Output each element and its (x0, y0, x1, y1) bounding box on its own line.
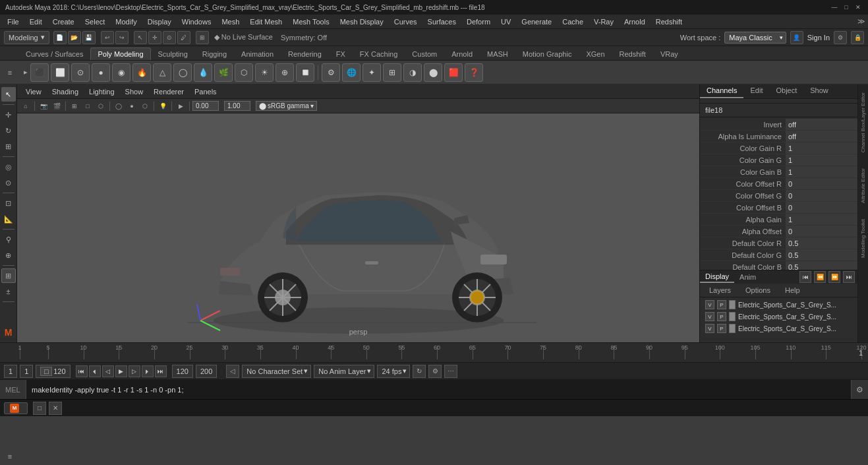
shelf-tab-sculpting[interactable]: Sculpting (151, 47, 195, 60)
layers-menu-options[interactable]: Options (740, 285, 776, 295)
move-icon[interactable]: ✛ (148, 31, 161, 44)
shelf-tab-mash[interactable]: MASH (480, 47, 515, 60)
workspace-settings-icon[interactable]: ⚙ (834, 31, 847, 44)
prev-key-btn[interactable]: ◁ (102, 365, 114, 377)
attr-row[interactable]: Invert off (700, 119, 857, 131)
rp-tab-channels[interactable]: Channels (700, 84, 743, 98)
shelf-icon-1[interactable]: ⬛ (30, 63, 49, 82)
shelf-icon-5[interactable]: ◉ (112, 63, 130, 82)
go-start-btn[interactable]: ⏮ (76, 365, 88, 377)
vp-colorspace[interactable]: ⬤ sRGB gamma ▾ (256, 101, 317, 111)
shelf-icon-19[interactable]: ◑ (403, 63, 422, 82)
shelf-icon-11[interactable]: ⬡ (235, 63, 253, 82)
redo-icon[interactable]: ↪ (115, 31, 129, 44)
shelf-icon-21[interactable]: 🟥 (444, 63, 463, 82)
taskbar-minimize-btn[interactable]: □ (33, 402, 46, 415)
layer-play-btn3[interactable]: ⏩ (828, 271, 840, 283)
menu-vray[interactable]: V-Ray (589, 16, 618, 27)
vp-tb-cam2[interactable]: 🎬 (51, 100, 63, 112)
shelf-tab-fx[interactable]: FX (329, 47, 353, 60)
display-tab[interactable]: Display (700, 271, 734, 283)
play-btn[interactable]: ▶ (115, 365, 127, 377)
layer-p-btn[interactable]: P (717, 300, 726, 309)
vp-tb-shade1[interactable]: ◯ (113, 100, 125, 112)
layers-menu-layers[interactable]: Layers (704, 285, 736, 295)
brush-icon[interactable]: 🖊 (177, 31, 190, 44)
menu-redshift[interactable]: Redshift (651, 16, 687, 27)
vp-tb-shade2[interactable]: ● (126, 100, 138, 112)
vp-value2[interactable]: 1.00 (224, 101, 250, 111)
range-val2-field[interactable]: 120 (172, 365, 193, 378)
cmd-gear-icon[interactable]: ⚙ (851, 380, 868, 399)
menu-select[interactable]: Select (80, 16, 110, 27)
save-icon[interactable]: 💾 (82, 31, 96, 44)
menu-arnold[interactable]: Arnold (620, 16, 650, 27)
layers-menu-help[interactable]: Help (780, 285, 805, 295)
menu-windows[interactable]: Windows (177, 16, 216, 27)
attr-row[interactable]: Alpha Is Luminance off (700, 131, 857, 142)
cmd-input[interactable]: makeIdentity -apply true -t 1 -r 1 -s 1 … (26, 380, 851, 399)
shelf-tab-poly[interactable]: Poly Modeling (90, 47, 150, 60)
next-frame-btn[interactable]: ⏵ (142, 365, 154, 377)
range-btn-left[interactable]: ◁ (226, 365, 239, 378)
vp-menu-panels[interactable]: Panels (190, 86, 221, 97)
shelf-icon-14[interactable]: 🔲 (296, 63, 314, 82)
attr-row[interactable]: Color Offset G 0 (700, 190, 857, 202)
anim-tab[interactable]: Anim (734, 272, 761, 282)
layer-play-btn1[interactable]: ⏮ (799, 271, 811, 283)
fps-dropdown[interactable]: 24 fps ▾ (377, 365, 410, 378)
select-icon[interactable]: ↖ (134, 31, 147, 44)
lasso-icon[interactable]: ⊙ (163, 31, 176, 44)
menu-deform[interactable]: Deform (462, 16, 495, 27)
sign-in-icon[interactable]: 👤 (790, 31, 803, 44)
attr-row[interactable]: Default Color B 0.5 (700, 261, 857, 270)
shelf-icon-18[interactable]: ⊞ (383, 63, 401, 82)
anim-extra-btn[interactable]: ⋯ (444, 365, 457, 378)
shelf-icon-9[interactable]: 💧 (194, 63, 212, 82)
vp-tb-cam[interactable]: 📷 (38, 100, 49, 112)
shelf-icon-2[interactable]: ⬜ (51, 63, 69, 82)
shelf-tab-curves[interactable]: Curves / Surfaces (18, 47, 90, 60)
vp-menu-view[interactable]: View (21, 86, 46, 97)
attribute-editor-tab[interactable]: Attribute Editor (859, 163, 867, 208)
attributes-scroll[interactable]: Invert off Alpha Is Luminance off Color … (700, 117, 857, 270)
attr-row[interactable]: Color Gain G 1 (700, 154, 857, 166)
shelf-tab-arnold[interactable]: Arnold (444, 47, 480, 60)
modelling-toolkit-tab[interactable]: Modelling Toolkit (859, 214, 867, 263)
shelf-icon-3[interactable]: ⊙ (71, 63, 90, 82)
vp-tb-poly[interactable]: ⬡ (95, 100, 107, 112)
attr-row[interactable]: Color Offset R 0 (700, 178, 857, 190)
shelf-icon-22[interactable]: ❓ (465, 63, 483, 82)
shelf-icon-16[interactable]: 🌐 (342, 63, 361, 82)
attr-row[interactable]: Color Gain R 1 (700, 142, 857, 154)
timeline-area[interactable]: 1510152025303540455055606570758085909510… (0, 342, 868, 362)
prev-frame-btn[interactable]: ⏴ (89, 365, 101, 377)
menu-mesh-display[interactable]: Mesh Display (335, 16, 388, 27)
vp-menu-shading[interactable]: Shading (47, 86, 83, 97)
shelf-icon-17[interactable]: ✦ (362, 63, 381, 82)
vp-tb-light1[interactable]: 💡 (157, 100, 169, 112)
shelf-icon-12[interactable]: ☀ (255, 63, 274, 82)
menu-mesh[interactable]: Mesh (217, 16, 244, 27)
attr-row[interactable]: Default Color G 0.5 (700, 249, 857, 261)
layer-play-btn4[interactable]: ⏭ (843, 271, 855, 283)
layer-v-btn[interactable]: V (705, 324, 714, 333)
shelf-icon-10[interactable]: 🌿 (214, 63, 233, 82)
range-end-field[interactable]: 200 (196, 365, 217, 378)
vp-tb-grid[interactable]: ⊞ (69, 100, 80, 112)
taskbar-close-btn[interactable]: ✕ (49, 402, 62, 415)
open-file-icon[interactable]: 📂 (68, 31, 81, 44)
shelf-icon-13[interactable]: ⊕ (275, 63, 294, 82)
shelf-icon-20[interactable]: ⬤ (424, 63, 442, 82)
channel-box-tab[interactable]: Channel Box/Layer Editor (859, 87, 867, 158)
menu-edit-mesh[interactable]: Edit Mesh (245, 16, 287, 27)
frame-current-field[interactable]: 1 (20, 365, 33, 378)
vp-value1[interactable]: 0.00 (192, 101, 219, 111)
no-anim-layer-dropdown[interactable]: No Anim Layer ▾ (314, 365, 374, 378)
vp-tb-render[interactable]: ▶ (175, 100, 187, 112)
next-key-btn[interactable]: ▷ (129, 365, 140, 377)
menu-curves[interactable]: Curves (390, 16, 422, 27)
shelf-icon-8[interactable]: ◯ (173, 63, 192, 82)
vp-tb-wire[interactable]: ⬡ (139, 100, 151, 112)
shelf-icon-4[interactable]: ● (92, 63, 110, 82)
